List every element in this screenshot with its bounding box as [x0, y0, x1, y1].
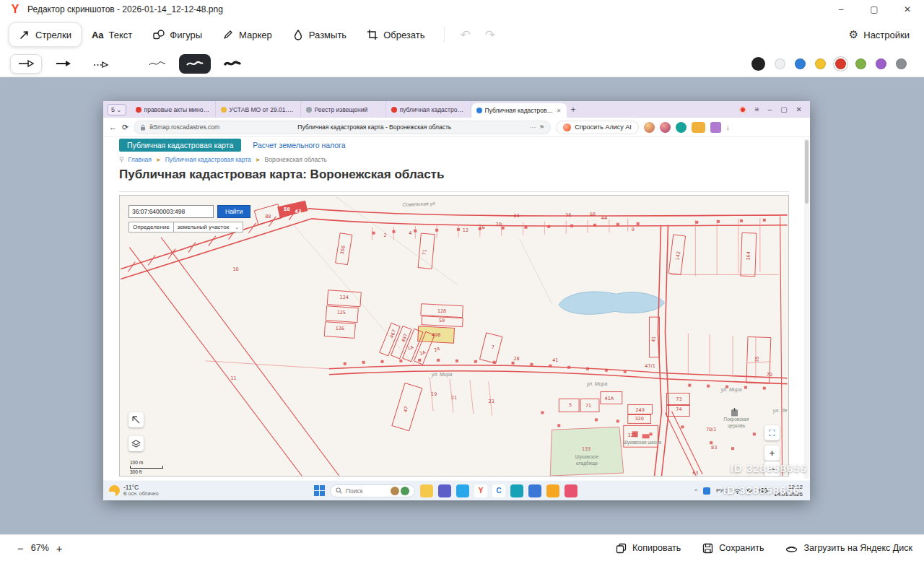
color-swatch[interactable] — [835, 58, 846, 69]
editor-canvas[interactable]: 5 ⌄ правовые акты миностаУСТАВ МО от 29.… — [0, 77, 924, 534]
maximize-button[interactable]: ▢ — [858, 0, 891, 19]
measure-tool-button[interactable] — [128, 412, 144, 427]
color-swatch[interactable] — [795, 58, 806, 69]
color-swatch[interactable] — [896, 58, 907, 69]
scrollbar-thumb[interactable] — [805, 140, 808, 204]
place-label: Шукавское — [575, 454, 599, 460]
zoom-out-button[interactable]: − — [12, 542, 30, 555]
avatar-icon[interactable] — [644, 122, 655, 133]
undo-icon[interactable]: ↶ — [453, 27, 478, 43]
more-icon[interactable]: ⋯ — [530, 123, 536, 131]
pnum-label: 24 — [513, 213, 519, 219]
site-nav-map-button[interactable]: Публичная кадастровая карта — [119, 139, 241, 152]
arrow-style-solid[interactable] — [10, 54, 42, 74]
color-swatch[interactable] — [775, 58, 785, 69]
tool-blur[interactable]: Размыть — [282, 22, 357, 47]
pnum-label: 70 — [767, 372, 772, 378]
explorer-icon[interactable] — [420, 484, 433, 497]
color-swatch[interactable] — [815, 58, 826, 69]
tool-marker[interactable]: Маркер — [212, 22, 282, 47]
find-button[interactable]: Найти — [217, 205, 250, 218]
fullscreen-button[interactable]: ⛶ — [764, 425, 780, 440]
mail-icon[interactable] — [528, 484, 541, 497]
browser-close-icon[interactable]: ✕ — [796, 105, 802, 113]
solid-arrow-icon — [17, 58, 35, 69]
tool-shapes[interactable]: Фигуры — [142, 22, 212, 47]
copy-button[interactable]: Копировать — [616, 543, 681, 554]
taskbar-search[interactable]: Поиск — [330, 484, 415, 497]
place-label: Шукавская школа — [623, 440, 661, 445]
color-swatch[interactable] — [876, 58, 886, 69]
yandex-browser-icon[interactable]: Y — [474, 484, 487, 497]
browser-tab[interactable]: публичная кадастровая к — [386, 101, 471, 118]
stroke-thin[interactable] — [141, 54, 173, 74]
layers-button[interactable] — [128, 436, 144, 451]
screenshot-image: 5 ⌄ правовые акты миностаУСТАВ МО от 29.… — [103, 101, 810, 500]
arrow-style-filled[interactable] — [48, 54, 79, 74]
address-bar[interactable]: ik5map.roscadastres.com Публичная кадаст… — [134, 121, 551, 134]
alice-label: Спросить Алису AI — [575, 123, 632, 131]
teams-icon[interactable] — [438, 484, 451, 497]
browser-extension-icon[interactable] — [676, 122, 687, 133]
tool-arrows[interactable]: Стрелки — [9, 22, 82, 47]
cadastral-map[interactable]: Найти Определение земельный участок ⌄ — [119, 195, 789, 477]
tool-text[interactable]: Aa Текст — [82, 23, 142, 47]
photos-icon[interactable] — [565, 484, 578, 497]
stroke-medium[interactable] — [179, 54, 211, 74]
points-badge-icon[interactable] — [692, 122, 705, 133]
notification-icon[interactable] — [739, 106, 746, 113]
pnum-label: 2 — [383, 232, 386, 238]
tab-close-icon[interactable]: ✕ — [557, 108, 562, 114]
refresh-icon[interactable]: ⟳ — [122, 123, 128, 132]
pnum-label: 41 — [552, 357, 558, 363]
tray-chevron-icon[interactable]: ^ — [694, 487, 697, 494]
browser-maximize-icon[interactable]: ▢ — [780, 105, 787, 113]
upload-yandex-disk-button[interactable]: Загрузить на Яндекс Диск — [785, 543, 912, 554]
close-button[interactable]: ✕ — [891, 0, 924, 19]
zoom-in-button[interactable]: + — [51, 542, 69, 555]
alice-button[interactable]: Спросить Алису AI — [556, 121, 639, 134]
yandex-disk-icon — [785, 543, 798, 554]
building — [418, 359, 421, 362]
color-swatch[interactable] — [751, 57, 765, 71]
save-button[interactable]: Сохранить — [702, 543, 764, 554]
start-button[interactable] — [314, 485, 325, 496]
site-nav-tax-link[interactable]: Расчет земельного налога — [253, 141, 345, 149]
map-zoom-in-button[interactable]: + — [764, 445, 780, 461]
browser-tab[interactable]: Публичная кадастровая карт✕ — [471, 103, 567, 118]
chat-icon[interactable] — [456, 484, 469, 497]
chrome-icon[interactable]: C — [492, 484, 505, 497]
back-icon[interactable]: ← — [109, 123, 117, 131]
redo-icon[interactable]: ↷ — [478, 27, 502, 43]
tab-counter[interactable]: 5 ⌄ — [107, 104, 126, 116]
map-layer[interactable]: 8858432412162024366844930671142164101112… — [120, 196, 788, 476]
cadastral-search-input[interactable] — [128, 205, 214, 218]
tool-crop[interactable]: Обрезать — [357, 22, 435, 47]
market-icon[interactable] — [546, 484, 559, 497]
bookmark-icon[interactable]: ⚑ — [539, 124, 544, 131]
breadcrumb-link[interactable]: Публичная кадастровая карта — [165, 156, 251, 163]
browser-tab[interactable]: УСТАВ МО от 29.01.2015 l — [216, 101, 301, 118]
weather-widget[interactable]: -11°C В осн. облачно — [109, 484, 159, 497]
browser-tab[interactable]: правовые акты миноста — [131, 101, 216, 118]
settings-button[interactable]: ⚙ Настройки — [849, 28, 915, 41]
download-icon[interactable]: ↓ — [726, 123, 730, 131]
page-scrollbar[interactable] — [804, 139, 809, 479]
edge-icon[interactable] — [510, 484, 523, 497]
tray-app-icon[interactable] — [703, 487, 710, 495]
minimize-button[interactable]: – — [824, 0, 858, 19]
browser-minimize-icon[interactable]: – — [768, 105, 772, 113]
stroke-thick[interactable] — [217, 54, 248, 74]
building — [541, 411, 544, 414]
building — [744, 386, 747, 389]
browser-tab[interactable]: Реестр извещений — [301, 101, 386, 118]
arrow-style-dashed[interactable] — [85, 54, 117, 74]
color-swatch[interactable] — [855, 58, 866, 69]
breadcrumb-link[interactable]: Главная — [128, 156, 152, 163]
new-tab-button[interactable]: + — [571, 105, 576, 115]
browser-menu-icon[interactable]: ≡ — [755, 105, 759, 113]
avatar-icon[interactable] — [660, 122, 671, 133]
object-type-select[interactable]: земельный участок ⌄ — [174, 222, 243, 232]
gift-icon[interactable] — [710, 122, 721, 133]
pnum-label: 142 — [675, 251, 682, 261]
